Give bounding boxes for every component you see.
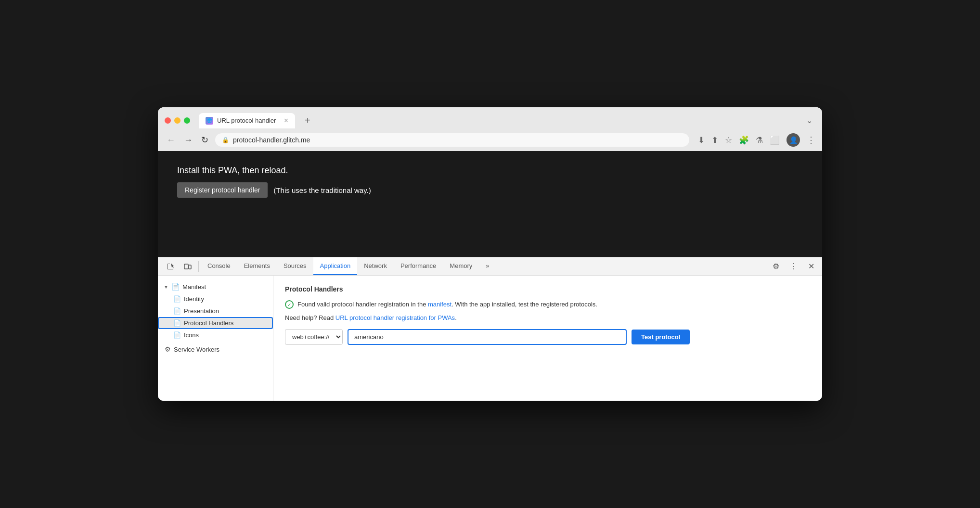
traditional-way-text: (This uses the traditional way.) bbox=[273, 186, 371, 194]
device-toolbar-icon[interactable] bbox=[179, 258, 196, 275]
active-tab[interactable]: 🌐 URL protocol handler × bbox=[199, 113, 295, 128]
identity-label: Identity bbox=[184, 295, 204, 303]
tab-favicon: 🌐 bbox=[206, 117, 213, 125]
page-content: Install this PWA, then reload. Register … bbox=[158, 151, 822, 257]
icons-file-icon: 📄 bbox=[173, 331, 181, 339]
tab-list-chevron-icon[interactable]: ⌄ bbox=[803, 113, 815, 128]
close-button[interactable] bbox=[165, 117, 171, 124]
browser-window: 🌐 URL protocol handler × + ⌄ ← → ↻ 🔒 pro… bbox=[158, 107, 822, 401]
help-suffix: . bbox=[455, 314, 457, 321]
info-text: Found valid protocol handler registratio… bbox=[297, 300, 811, 309]
devtools-close-icon[interactable]: ✕ bbox=[804, 258, 818, 275]
tab-sources[interactable]: Sources bbox=[277, 257, 313, 275]
profile-avatar[interactable]: 👤 bbox=[787, 133, 800, 147]
settings-icon[interactable]: ⚙ bbox=[769, 258, 783, 275]
devtools-right-icons: ⚙ ⋮ ✕ bbox=[769, 258, 818, 275]
tab-more[interactable]: » bbox=[479, 257, 496, 275]
tab-network[interactable]: Network bbox=[357, 257, 394, 275]
back-button[interactable]: ← bbox=[165, 133, 177, 147]
protocol-select[interactable]: web+coffee:// bbox=[285, 329, 343, 345]
manifest-label: Manifest bbox=[182, 283, 206, 291]
tab-close-icon[interactable]: × bbox=[284, 117, 288, 125]
toolbar-separator bbox=[198, 261, 199, 272]
devtools-toolbar: Console Elements Sources Application Net… bbox=[158, 257, 822, 276]
new-tab-button[interactable]: + bbox=[301, 112, 314, 129]
protocol-input[interactable] bbox=[348, 329, 627, 345]
devtools-sidebar: ▼ 📄 Manifest 📄 Identity 📄 Presentation 📄 bbox=[158, 276, 273, 401]
inspect-element-icon[interactable] bbox=[162, 258, 179, 275]
lock-icon: 🔒 bbox=[222, 137, 229, 143]
tab-performance[interactable]: Performance bbox=[394, 257, 443, 275]
manifest-folder-icon: 📄 bbox=[171, 283, 180, 291]
help-prefix: Need help? Read bbox=[285, 314, 335, 321]
info-row: Found valid protocol handler registratio… bbox=[285, 300, 811, 309]
address-text: protocol-handler.glitch.me bbox=[233, 136, 683, 144]
share-icon[interactable]: ⬆ bbox=[711, 135, 718, 145]
star-icon[interactable]: ☆ bbox=[725, 135, 732, 145]
devtools-panel: Console Elements Sources Application Net… bbox=[158, 257, 822, 401]
tab-application[interactable]: Application bbox=[313, 257, 358, 275]
traffic-lights bbox=[165, 117, 190, 124]
forward-button[interactable]: → bbox=[182, 133, 194, 147]
icons-label: Icons bbox=[184, 331, 199, 339]
tab-memory[interactable]: Memory bbox=[443, 257, 479, 275]
info-message: Found valid protocol handler registratio… bbox=[297, 301, 428, 308]
sidebar-item-identity[interactable]: 📄 Identity bbox=[158, 293, 273, 305]
split-icon[interactable]: ⬜ bbox=[770, 135, 780, 145]
service-workers-label: Service Workers bbox=[174, 346, 219, 353]
help-link[interactable]: URL protocol handler registration for PW… bbox=[335, 314, 455, 321]
sidebar-item-protocol-handlers[interactable]: 📄 Protocol Handlers bbox=[158, 317, 273, 329]
presentation-label: Presentation bbox=[184, 307, 219, 315]
sidebar-item-service-workers[interactable]: ⚙ Service Workers bbox=[158, 343, 273, 356]
tab-console[interactable]: Console bbox=[201, 257, 237, 275]
manifest-section: ▼ 📄 Manifest 📄 Identity 📄 Presentation 📄 bbox=[158, 280, 273, 341]
presentation-file-icon: 📄 bbox=[173, 307, 181, 315]
sidebar-item-icons[interactable]: 📄 Icons bbox=[158, 329, 273, 341]
devtools-body: ▼ 📄 Manifest 📄 Identity 📄 Presentation 📄 bbox=[158, 276, 822, 401]
maximize-button[interactable] bbox=[184, 117, 190, 124]
tab-title: URL protocol handler bbox=[217, 117, 280, 124]
manifest-header[interactable]: ▼ 📄 Manifest bbox=[158, 280, 273, 293]
title-bar: 🌐 URL protocol handler × + ⌄ bbox=[158, 107, 822, 129]
devtools-more-icon[interactable]: ⋮ bbox=[786, 258, 801, 275]
manifest-chevron-icon: ▼ bbox=[164, 284, 168, 290]
tab-elements[interactable]: Elements bbox=[237, 257, 277, 275]
test-protocol-button[interactable]: Test protocol bbox=[632, 330, 690, 344]
address-bar: ← → ↻ 🔒 protocol-handler.glitch.me ⬇ ⬆ ☆… bbox=[158, 129, 822, 151]
service-workers-gear-icon: ⚙ bbox=[165, 345, 171, 353]
reload-button[interactable]: ↻ bbox=[199, 133, 210, 147]
install-pwa-text: Install this PWA, then reload. bbox=[177, 165, 803, 176]
lab-icon[interactable]: ⚗ bbox=[756, 135, 763, 145]
svg-rect-1 bbox=[189, 265, 191, 269]
svg-rect-0 bbox=[184, 264, 188, 269]
extensions-icon[interactable]: 🧩 bbox=[739, 135, 749, 145]
register-protocol-handler-button[interactable]: Register protocol handler bbox=[177, 182, 268, 198]
sidebar-item-presentation[interactable]: 📄 Presentation bbox=[158, 305, 273, 317]
manifest-link[interactable]: manifest bbox=[428, 301, 451, 308]
minimize-button[interactable] bbox=[174, 117, 181, 124]
check-icon bbox=[285, 300, 294, 309]
identity-file-icon: 📄 bbox=[173, 295, 181, 303]
test-row: web+coffee:// Test protocol bbox=[285, 329, 811, 345]
devtools-main-panel: Protocol Handlers Found valid protocol h… bbox=[273, 276, 822, 401]
info-message2: . With the app installed, test the regis… bbox=[451, 301, 597, 308]
more-options-icon[interactable]: ⋮ bbox=[807, 135, 815, 145]
panel-title: Protocol Handlers bbox=[285, 285, 811, 293]
toolbar-icons: ⬇ ⬆ ☆ 🧩 ⚗ ⬜ 👤 ⋮ bbox=[698, 133, 815, 147]
help-row: Need help? Read URL protocol handler reg… bbox=[285, 314, 811, 321]
protocol-handlers-label: Protocol Handlers bbox=[184, 319, 233, 327]
download-icon[interactable]: ⬇ bbox=[698, 135, 705, 145]
address-input-wrap[interactable]: 🔒 protocol-handler.glitch.me bbox=[215, 133, 689, 147]
protocol-handlers-file-icon: 📄 bbox=[173, 319, 181, 327]
